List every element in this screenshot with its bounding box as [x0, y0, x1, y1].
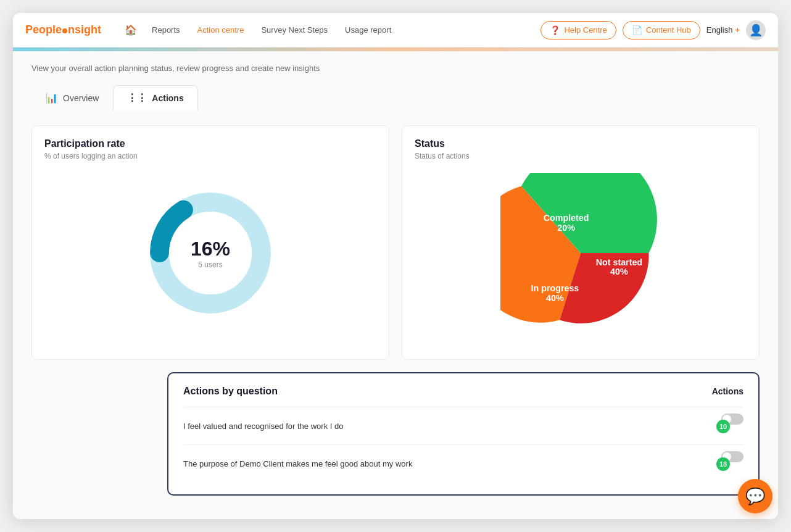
- header: Peoplensight 🏠 Reports Action centre Sur…: [13, 13, 778, 48]
- user-avatar[interactable]: 👤: [746, 20, 766, 40]
- svg-text:Completed: Completed: [544, 213, 589, 223]
- svg-text:In progress: In progress: [531, 283, 579, 293]
- content-hub-button[interactable]: 📄 Content Hub: [623, 21, 700, 39]
- avatar-icon: 👤: [749, 23, 763, 37]
- status-title: Status: [415, 138, 747, 149]
- actions-tab-label: Actions: [152, 93, 183, 103]
- toggle-badge-1[interactable]: 10: [721, 414, 743, 438]
- svg-text:40%: 40%: [546, 293, 564, 303]
- nav-usage-report[interactable]: Usage report: [338, 22, 399, 38]
- svg-text:20%: 20%: [557, 223, 575, 233]
- participation-title: Participation rate: [44, 138, 376, 149]
- donut-center-text: 16% 5 users: [191, 238, 230, 269]
- logo-text: Peoplensight: [25, 23, 101, 36]
- chat-button[interactable]: 💬: [738, 479, 772, 513]
- overview-tab-label: Overview: [63, 93, 99, 103]
- donut-container: 16% 5 users: [44, 173, 376, 333]
- language-selector[interactable]: English +: [706, 25, 740, 35]
- svg-text:40%: 40%: [610, 267, 628, 276]
- abq-badge-container-2: 18: [721, 451, 743, 476]
- overview-tab-icon: 📊: [46, 92, 58, 104]
- svg-text:Not started: Not started: [596, 257, 642, 267]
- charts-row: Participation rate % of users logging an…: [31, 125, 760, 360]
- abq-question-2: The purpose of Demo Client makes me feel…: [183, 459, 412, 468]
- content-hub-label: Content Hub: [646, 25, 691, 35]
- nav-reports[interactable]: Reports: [144, 22, 188, 38]
- pie-container: Not started 40% In progress 40% Complete…: [415, 173, 747, 333]
- badge-count-1: 10: [716, 420, 730, 433]
- donut-percent: 16%: [191, 238, 230, 260]
- help-centre-button[interactable]: ❓ Help Centre: [540, 21, 616, 39]
- nav-action-centre[interactable]: Action centre: [190, 22, 252, 38]
- language-label: English: [706, 25, 733, 35]
- badge-count-2: 18: [716, 457, 730, 471]
- logo-text-1: People: [25, 23, 62, 36]
- toggle-badge-2[interactable]: 18: [721, 451, 743, 476]
- abq-row-2: The purpose of Demo Client makes me feel…: [183, 444, 743, 482]
- status-card: Status Status of actions: [402, 125, 760, 360]
- main-window: Peoplensight 🏠 Reports Action centre Sur…: [13, 13, 778, 519]
- tabs: 📊 Overview ⋮⋮ Actions: [31, 85, 760, 110]
- header-right: ❓ Help Centre 📄 Content Hub English + 👤: [540, 20, 766, 40]
- actions-tab-icon: ⋮⋮: [127, 92, 147, 104]
- page-content: View your overall action planning status…: [13, 51, 778, 519]
- content-icon: 📄: [632, 25, 642, 35]
- help-icon: ❓: [550, 25, 560, 35]
- tab-overview[interactable]: 📊 Overview: [31, 85, 113, 110]
- logo-text-2: nsight: [68, 23, 101, 36]
- abq-question-1: I feel valued and recognised for the wor…: [183, 422, 343, 431]
- pie-chart: Not started 40% In progress 40% Complete…: [500, 173, 661, 333]
- language-plus-icon: +: [735, 25, 740, 35]
- donut-users: 5 users: [191, 260, 230, 269]
- help-centre-label: Help Centre: [564, 25, 607, 35]
- page-description: View your overall action planning status…: [31, 64, 760, 73]
- nav: 🏠 Reports Action centre Survey Next Step…: [120, 20, 540, 39]
- logo[interactable]: Peoplensight: [25, 23, 101, 36]
- participation-card: Participation rate % of users logging an…: [31, 125, 389, 360]
- tab-actions[interactable]: ⋮⋮ Actions: [113, 85, 197, 110]
- abq-header: Actions by question Actions: [183, 386, 743, 397]
- status-subtitle: Status of actions: [415, 152, 747, 160]
- nav-survey-next-steps[interactable]: Survey Next Steps: [254, 22, 335, 38]
- actions-by-question-card: Actions by question Actions I feel value…: [167, 372, 760, 496]
- abq-title: Actions by question: [183, 386, 278, 397]
- abq-col-header: Actions: [712, 386, 743, 396]
- chat-icon: 💬: [745, 487, 765, 506]
- home-icon[interactable]: 🏠: [120, 20, 142, 39]
- abq-badge-container-1: 10: [721, 414, 743, 438]
- abq-row-1: I feel valued and recognised for the wor…: [183, 407, 743, 444]
- participation-subtitle: % of users logging an action: [44, 152, 376, 160]
